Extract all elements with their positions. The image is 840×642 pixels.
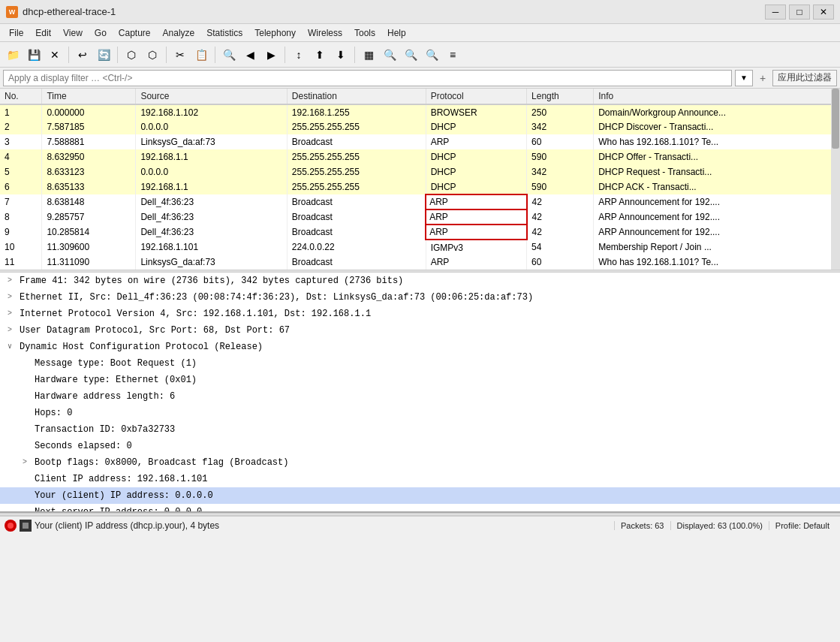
cell-info: DHCP Offer - Transacti... bbox=[594, 149, 840, 164]
detail-line[interactable]: Message type: Boot Request (1) bbox=[0, 355, 840, 372]
status-dot bbox=[8, 523, 14, 529]
cell-protocol: DHCP bbox=[426, 164, 526, 179]
menu-item-file[interactable]: File bbox=[3, 26, 29, 40]
zoom-fit-button[interactable]: 🔍 bbox=[380, 45, 399, 65]
menu-item-tools[interactable]: Tools bbox=[348, 26, 381, 40]
cell-time: 7.587185 bbox=[42, 119, 136, 134]
col-header-destination[interactable]: Destination bbox=[287, 89, 426, 104]
scrollbar-thumb[interactable] bbox=[832, 89, 839, 149]
cell-protocol: DHCP bbox=[426, 179, 526, 194]
cell-protocol: IGMPv3 bbox=[426, 240, 526, 255]
col-header-no[interactable]: No. bbox=[0, 89, 42, 104]
options-button[interactable]: ⬡ bbox=[143, 45, 162, 65]
zoom-in-button[interactable]: ▦ bbox=[359, 45, 378, 65]
menu-item-statistics[interactable]: Statistics bbox=[200, 26, 248, 40]
cell-time: 8.635133 bbox=[42, 179, 136, 194]
detail-text: Your (client) IP address: 0.0.0.0 bbox=[35, 489, 213, 502]
col-header-length[interactable]: Length bbox=[527, 89, 594, 104]
cell-info: ARP Announcement for 192.... bbox=[594, 194, 840, 209]
menu-item-go[interactable]: Go bbox=[89, 26, 113, 40]
detail-line[interactable]: >Ethernet II, Src: Dell_4f:36:23 (00:08:… bbox=[0, 289, 840, 306]
table-row[interactable]: 78.638148Dell_4f:36:23BroadcastARP42ARP … bbox=[0, 194, 840, 209]
menu-item-edit[interactable]: Edit bbox=[29, 26, 57, 40]
minimize-button[interactable]: ─ bbox=[765, 5, 786, 20]
cell-destination: 255.255.255.255 bbox=[287, 119, 426, 134]
table-row[interactable]: 89.285757Dell_4f:36:23BroadcastARP42ARP … bbox=[0, 209, 840, 225]
col-header-time[interactable]: Time bbox=[42, 89, 136, 104]
menu-item-view[interactable]: View bbox=[57, 26, 89, 40]
detail-line[interactable]: ∨Dynamic Host Configuration Protocol (Re… bbox=[0, 339, 840, 355]
find-button[interactable]: 🔍 bbox=[219, 45, 239, 65]
detail-line[interactable]: Your (client) IP address: 0.0.0.0 bbox=[0, 487, 840, 504]
app-icon: W bbox=[6, 6, 18, 18]
detail-line[interactable]: >Internet Protocol Version 4, Src: 192.1… bbox=[0, 306, 840, 322]
cell-destination: Broadcast bbox=[287, 255, 426, 270]
interfaces-button[interactable]: ⬡ bbox=[122, 45, 141, 65]
detail-line[interactable]: Seconds elapsed: 0 bbox=[0, 438, 840, 454]
detail-line[interactable]: Hardware address length: 6 bbox=[0, 388, 840, 405]
cell-length: 42 bbox=[527, 225, 594, 240]
table-row[interactable]: 37.588881LinksysG_da:af:73BroadcastARP60… bbox=[0, 134, 840, 149]
packets-count: Packets: 63 bbox=[614, 521, 670, 530]
back-button[interactable]: ↩ bbox=[73, 45, 92, 65]
col-header-info[interactable]: Info bbox=[594, 89, 840, 104]
zoom-reset-button[interactable]: 🔍 bbox=[422, 45, 441, 65]
detail-line[interactable]: Client IP address: 192.168.1.101 bbox=[0, 471, 840, 487]
table-row[interactable]: 1111.311090LinksysG_da:af:73BroadcastARP… bbox=[0, 255, 840, 270]
cell-time: 8.638148 bbox=[42, 194, 136, 209]
scroll-up-button[interactable]: ⬆ bbox=[310, 45, 330, 65]
detail-line[interactable]: Hardware type: Ethernet (0x01) bbox=[0, 372, 840, 388]
detail-line[interactable]: >Frame 41: 342 bytes on wire (2736 bits)… bbox=[0, 273, 840, 289]
detail-text: Hardware address length: 6 bbox=[35, 390, 175, 403]
prev-button[interactable]: ◀ bbox=[240, 45, 260, 65]
packet-table-scrollbar[interactable] bbox=[831, 89, 840, 270]
filter-plus-icon[interactable]: + bbox=[756, 70, 769, 86]
reload-button[interactable]: 🔄 bbox=[94, 45, 113, 65]
cell-info: Membership Report / Join ... bbox=[594, 240, 840, 255]
apply-filter-button[interactable]: 应用此过滤器 bbox=[772, 70, 837, 86]
detail-line[interactable]: Next server IP address: 0.0.0.0 bbox=[0, 504, 840, 513]
toolbar-separator bbox=[117, 47, 118, 63]
col-header-source[interactable]: Source bbox=[136, 89, 287, 104]
menu-item-telephony[interactable]: Telephony bbox=[248, 26, 302, 40]
cell-source: Dell_4f:36:23 bbox=[136, 194, 287, 209]
table-row[interactable]: 910.285814Dell_4f:36:23BroadcastARP42ARP… bbox=[0, 225, 840, 240]
save-button[interactable]: 💾 bbox=[24, 45, 44, 65]
menu-item-capture[interactable]: Capture bbox=[113, 26, 157, 40]
open-file-button[interactable]: 📁 bbox=[3, 45, 23, 65]
close-button[interactable]: ✕ bbox=[813, 5, 834, 20]
table-row[interactable]: 68.635133192.168.1.1255.255.255.255DHCP5… bbox=[0, 179, 840, 194]
table-row[interactable]: 58.6331230.0.0.0255.255.255.255DHCP342DH… bbox=[0, 164, 840, 179]
cell-info: DHCP ACK - Transacti... bbox=[594, 179, 840, 194]
displayed-count: Displayed: 63 (100.0%) bbox=[670, 521, 769, 530]
detail-line[interactable]: Hops: 0 bbox=[0, 405, 840, 421]
menu-item-wireless[interactable]: Wireless bbox=[302, 26, 348, 40]
cell-length: 250 bbox=[527, 104, 594, 119]
copy-button[interactable]: 📋 bbox=[191, 45, 211, 65]
zoom-out-button[interactable]: 🔍 bbox=[401, 45, 420, 65]
detail-line[interactable]: >User Datagram Protocol, Src Port: 68, D… bbox=[0, 322, 840, 339]
col-header-protocol[interactable]: Protocol bbox=[426, 89, 526, 104]
menu-bar: FileEditViewGoCaptureAnalyzeStatisticsTe… bbox=[0, 24, 840, 42]
detail-line[interactable]: >Bootp flags: 0x8000, Broadcast flag (Br… bbox=[0, 454, 840, 471]
cut-button[interactable]: ✂ bbox=[170, 45, 190, 65]
filter-dropdown[interactable]: ▼ bbox=[735, 70, 753, 86]
cell-protocol: ARP bbox=[426, 209, 526, 225]
scroll-down-button[interactable]: ⬇ bbox=[331, 45, 351, 65]
colorize-button[interactable]: ↕ bbox=[289, 45, 309, 65]
detail-line[interactable]: Transaction ID: 0xb7a32733 bbox=[0, 421, 840, 438]
expand-all-button[interactable]: ≡ bbox=[443, 45, 462, 65]
next-button[interactable]: ▶ bbox=[261, 45, 281, 65]
close-file-button[interactable]: ✕ bbox=[45, 45, 65, 65]
toolbar-separator bbox=[166, 47, 167, 63]
table-row[interactable]: 1011.309600192.168.1.101224.0.0.22IGMPv3… bbox=[0, 240, 840, 255]
menu-item-analyze[interactable]: Analyze bbox=[157, 26, 201, 40]
cell-destination: 255.255.255.255 bbox=[287, 179, 426, 194]
menu-item-help[interactable]: Help bbox=[381, 26, 412, 40]
filter-input[interactable] bbox=[3, 70, 732, 86]
table-row[interactable]: 27.5871850.0.0.0255.255.255.255DHCP342DH… bbox=[0, 119, 840, 134]
maximize-button[interactable]: □ bbox=[789, 5, 810, 20]
table-row[interactable]: 10.000000192.168.1.102192.168.1.255BROWS… bbox=[0, 104, 840, 119]
stop-button[interactable] bbox=[20, 520, 32, 532]
table-row[interactable]: 48.632950192.168.1.1255.255.255.255DHCP5… bbox=[0, 149, 840, 164]
